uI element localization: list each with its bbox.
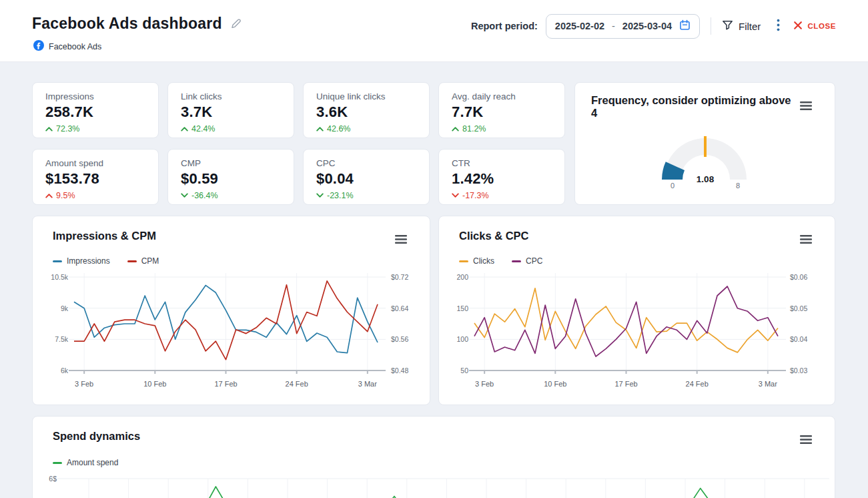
kpi-value: 7.7K bbox=[452, 103, 552, 121]
chart-title: Spend dynamics bbox=[53, 430, 140, 443]
more-options-button[interactable] bbox=[773, 16, 784, 36]
date-to[interactable]: 2025-03-04 bbox=[622, 21, 672, 31]
kpi-card-cpc: CPC $0.04 -23.1% bbox=[303, 149, 430, 205]
chart-legend: Clicks CPC bbox=[459, 256, 542, 266]
kpi-card-ctr: CTR 1.42% -17.3% bbox=[438, 149, 565, 205]
trend-arrow-icon bbox=[45, 124, 53, 134]
kpi-label: Unique link clicks bbox=[316, 91, 416, 101]
svg-text:$0.06: $0.06 bbox=[790, 273, 807, 281]
legend-item[interactable]: CPC bbox=[512, 256, 542, 266]
svg-text:$0.05: $0.05 bbox=[790, 304, 807, 312]
svg-text:6$: 6$ bbox=[49, 475, 57, 483]
trend-arrow-icon bbox=[45, 191, 53, 200]
svg-text:100: 100 bbox=[456, 335, 468, 343]
svg-text:9k: 9k bbox=[61, 304, 69, 312]
kpi-value: 1.42% bbox=[452, 170, 552, 188]
legend-swatch bbox=[53, 462, 62, 464]
svg-text:7.5k: 7.5k bbox=[55, 335, 69, 343]
svg-text:24 Feb: 24 Feb bbox=[686, 380, 709, 388]
svg-text:200: 200 bbox=[456, 273, 468, 281]
kpi-card-link-clicks: Link clicks 3.7K 42.4% bbox=[167, 82, 294, 138]
legend-swatch bbox=[459, 260, 468, 262]
kpi-card-amount-spend: Amount spend $153.78 9.5% bbox=[32, 149, 159, 205]
legend-item[interactable]: CPM bbox=[127, 256, 159, 266]
gauge-title: Frequency, consider optimizing above 4 bbox=[591, 94, 791, 120]
kpi-label: CTR bbox=[452, 158, 552, 168]
svg-text:150: 150 bbox=[456, 304, 468, 312]
svg-text:3 Mar: 3 Mar bbox=[759, 380, 777, 388]
legend-label: Clicks bbox=[473, 256, 494, 266]
top-bar: Facebook Ads dashboard Facebook Ads Repo… bbox=[0, 0, 868, 62]
kebab-icon bbox=[777, 23, 780, 33]
kpi-value: $0.59 bbox=[181, 170, 281, 188]
legend-swatch bbox=[127, 260, 137, 262]
trend-arrow-icon bbox=[181, 124, 188, 134]
legend-item[interactable]: Clicks bbox=[459, 256, 494, 266]
kpi-card-avg-daily-reach: Avg. daily reach 7.7K 81.2% bbox=[438, 82, 565, 138]
date-from[interactable]: 2025-02-02 bbox=[555, 21, 604, 31]
kpi-label: Impressions bbox=[45, 91, 145, 101]
kpi-value: $153.78 bbox=[45, 170, 145, 188]
filter-button[interactable]: Filter bbox=[722, 20, 761, 33]
card-menu-button[interactable] bbox=[394, 234, 408, 247]
legend-label: Amount spend bbox=[67, 458, 118, 467]
card-menu-button[interactable] bbox=[799, 234, 813, 247]
svg-text:3 Mar: 3 Mar bbox=[358, 380, 377, 388]
chart-legend: Amount spend bbox=[53, 458, 118, 467]
svg-text:$0.04: $0.04 bbox=[790, 335, 807, 343]
svg-text:3 Feb: 3 Feb bbox=[75, 380, 93, 388]
kpi-label: CPC bbox=[316, 158, 416, 168]
svg-text:$0.56: $0.56 bbox=[391, 335, 408, 343]
page-title: Facebook Ads dashboard bbox=[32, 15, 222, 33]
chart-title: Impressions & CPM bbox=[53, 230, 156, 242]
legend-label: CPC bbox=[526, 256, 542, 266]
spend-dynamics-card: Spend dynamics Amount spend 6$ bbox=[32, 416, 835, 498]
svg-text:24 Feb: 24 Feb bbox=[286, 380, 308, 388]
calendar-icon[interactable] bbox=[679, 19, 691, 33]
kpi-value: $0.04 bbox=[316, 170, 416, 188]
divider bbox=[711, 17, 711, 35]
kpi-value: 3.7K bbox=[181, 103, 281, 121]
legend-label: Impressions bbox=[67, 256, 110, 266]
kpi-delta: 72.3% bbox=[56, 124, 79, 134]
svg-text:$0.64: $0.64 bbox=[391, 304, 408, 312]
kpi-delta: 81.2% bbox=[462, 124, 486, 134]
spend-dynamics-chart: 6$ bbox=[42, 474, 829, 498]
card-menu-button[interactable] bbox=[799, 434, 813, 447]
kpi-label: Amount spend bbox=[45, 158, 145, 168]
chart-legend: Impressions CPM bbox=[53, 256, 159, 266]
legend-item[interactable]: Amount spend bbox=[53, 458, 118, 467]
card-menu-button[interactable] bbox=[799, 100, 813, 113]
legend-swatch bbox=[512, 260, 521, 262]
close-button[interactable]: CLOSE bbox=[793, 21, 836, 31]
legend-item[interactable]: Impressions bbox=[53, 256, 110, 266]
kpi-value: 258.7K bbox=[45, 103, 145, 121]
kpi-card-cmp: CMP $0.59 -36.4% bbox=[167, 149, 294, 205]
chart-title: Clicks & CPC bbox=[459, 230, 529, 242]
kpi-label: Link clicks bbox=[181, 91, 281, 101]
clicks-cpc-chart: 20015010050$0.06$0.05$0.04$0.033 Feb10 F… bbox=[448, 268, 829, 398]
svg-text:10.5k: 10.5k bbox=[51, 273, 68, 281]
kpi-delta: -23.1% bbox=[327, 191, 354, 200]
svg-text:17 Feb: 17 Feb bbox=[214, 380, 237, 388]
filter-icon bbox=[722, 20, 733, 33]
svg-text:0: 0 bbox=[670, 182, 674, 190]
kpi-label: Avg. daily reach bbox=[452, 91, 552, 101]
kpi-value: 3.6K bbox=[316, 103, 416, 121]
date-range-picker[interactable]: 2025-02-02 - 2025-03-04 bbox=[546, 14, 700, 39]
date-separator: - bbox=[612, 21, 615, 31]
facebook-icon bbox=[33, 40, 44, 53]
legend-swatch bbox=[53, 260, 62, 262]
filter-label: Filter bbox=[739, 21, 761, 32]
edit-title-icon[interactable] bbox=[230, 17, 242, 33]
svg-text:$0.72: $0.72 bbox=[391, 273, 408, 281]
trend-arrow-icon bbox=[181, 191, 188, 200]
close-icon bbox=[793, 21, 803, 31]
impressions-cpm-chart: 10.5k9k7.5k6k$0.72$0.64$0.56$0.483 Feb10… bbox=[42, 268, 426, 398]
legend-label: CPM bbox=[141, 256, 159, 266]
trend-arrow-icon bbox=[452, 124, 459, 134]
kpi-grid: Impressions 258.7K 72.3% Link clicks 3.7… bbox=[32, 82, 565, 205]
trend-arrow-icon bbox=[316, 124, 324, 134]
svg-text:$0.48: $0.48 bbox=[391, 366, 408, 375]
kpi-delta: 9.5% bbox=[56, 191, 75, 200]
